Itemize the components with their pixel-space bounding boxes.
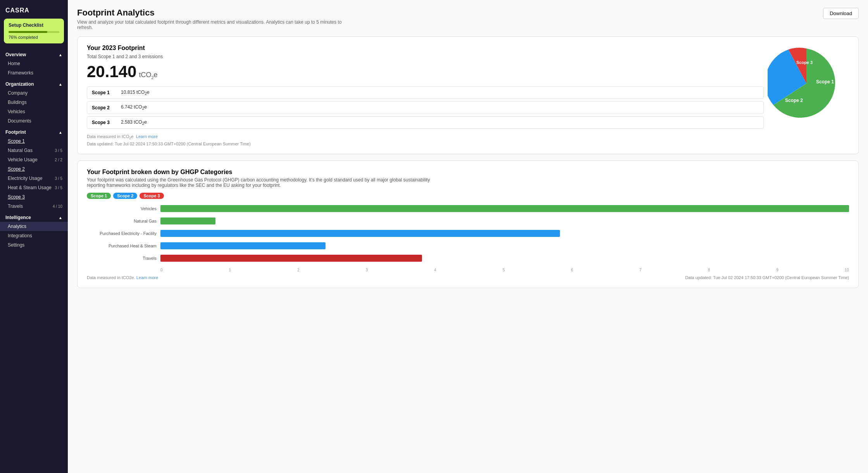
bar-fill-natural-gas (160, 218, 215, 224)
chevron-up-icon-intel: ▲ (59, 216, 62, 220)
sidebar-item-documents[interactable]: Documents (0, 116, 68, 126)
sidebar-item-vehicles-label: Vehicles (8, 109, 25, 114)
chart-data-updated: Data updated: Tue Jul 02 2024 17:50:33 G… (685, 275, 849, 280)
bar-label-natural-gas: Natural Gas (87, 219, 157, 223)
sidebar-item-frameworks[interactable]: Frameworks (0, 68, 68, 78)
sidebar-item-vehicle-usage[interactable]: Vehicle Usage 2 / 2 (0, 155, 68, 164)
bar-track-travels (160, 255, 849, 262)
axis-1: 1 (229, 268, 231, 272)
data-note: Data measured in tCO2e Learn more (87, 134, 764, 140)
sidebar-item-home[interactable]: Home (0, 59, 68, 68)
scope2-value: 6.742 tCO2e (121, 104, 147, 110)
sidebar-item-scope3[interactable]: Scope 3 (0, 192, 68, 202)
sidebar-section-intelligence-label: Intelligence (5, 215, 31, 220)
axis-labels: 0 1 2 3 4 5 6 7 8 9 10 (160, 268, 849, 272)
badge-scope1: Scope 1 (87, 193, 111, 199)
sidebar-badge-natural-gas: 3 / 5 (55, 148, 62, 153)
sidebar-item-scope2[interactable]: Scope 2 (0, 164, 68, 174)
axis-9: 9 (776, 268, 778, 272)
page-subtitle: View and analyze your total calculated f… (77, 19, 348, 30)
bar-label-electricity: Purchased Electricity - Facility (87, 231, 157, 236)
axis-5: 5 (503, 268, 505, 272)
sidebar-item-scope3-label: Scope 3 (8, 194, 25, 200)
axis-7: 7 (639, 268, 642, 272)
progress-label: 76% completed (9, 35, 59, 40)
sidebar-item-settings[interactable]: Settings (0, 240, 68, 250)
sidebar-section-organization-label: Organization (5, 81, 34, 87)
scope-rows: Scope 1 10.815 tCO2e Scope 2 6.742 tCO2e… (87, 86, 764, 129)
sidebar-item-heat-steam-label: Heat & Steam Usage (8, 185, 52, 190)
bar-row-travels: Travels (87, 255, 849, 262)
sidebar-section-footprint[interactable]: Footprint ▲ (0, 126, 68, 136)
scope3-value: 2.583 tCO2e (121, 119, 147, 126)
pie-label-scope2: Scope 2 (785, 98, 803, 103)
sidebar-item-buildings[interactable]: Buildings (0, 98, 68, 107)
footprint-card-inner: Your 2023 Footprint Total Scope 1 and 2 … (87, 45, 849, 146)
sidebar-item-scope1-label: Scope 1 (8, 138, 25, 144)
page-header: Footprint Analytics View and analyze you… (77, 8, 859, 30)
sidebar-section-overview-label: Overview (5, 52, 26, 57)
pie-label-scope1: Scope 1 (816, 79, 834, 85)
sidebar-item-vehicles[interactable]: Vehicles (0, 107, 68, 116)
sidebar-item-travels[interactable]: Travels 4 / 10 (0, 202, 68, 211)
chart-learn-more-link[interactable]: Learn more (136, 275, 158, 280)
sidebar-item-company-label: Company (8, 90, 28, 96)
ghgp-subtitle: Your footprint was calculated using the … (87, 177, 436, 188)
download-button[interactable]: Download (823, 8, 859, 19)
sidebar-item-travels-label: Travels (8, 204, 23, 209)
learn-more-link[interactable]: Learn more (136, 134, 158, 139)
scope3-row: Scope 3 2.583 tCO2e (87, 116, 764, 129)
sidebar-item-heat-steam-usage[interactable]: Heat & Steam Usage 3 / 5 (0, 183, 68, 192)
sidebar-section-organization[interactable]: Organization ▲ (0, 78, 68, 88)
sidebar-badge-vehicle-usage: 2 / 2 (55, 158, 62, 162)
sidebar-item-analytics-label: Analytics (8, 224, 26, 229)
sidebar-item-documents-label: Documents (8, 118, 31, 124)
bar-fill-travels (160, 255, 422, 262)
bar-fill-vehicles (160, 205, 849, 212)
sidebar-item-natural-gas[interactable]: Natural Gas 3 / 5 (0, 146, 68, 155)
sidebar-item-scope1[interactable]: Scope 1 (0, 136, 68, 146)
axis-8: 8 (708, 268, 710, 272)
sidebar-item-company[interactable]: Company (0, 88, 68, 98)
page-title: Footprint Analytics (77, 8, 348, 18)
footprint-scope-label: Total Scope 1 and 2 and 3 emissions (87, 54, 764, 59)
bar-label-heat-steam: Purchased Heat & Steam (87, 243, 157, 248)
setup-checklist[interactable]: Setup Checklist 76% completed (4, 19, 64, 43)
ghgp-title: Your Footprint broken down by GHGP Categ… (87, 169, 849, 176)
scope-badges: Scope 1 Scope 2 Scope 3 (87, 193, 849, 199)
progress-bar-bg (9, 31, 59, 33)
footprint-card: Your 2023 Footprint Total Scope 1 and 2 … (77, 36, 859, 154)
scope1-value: 10.815 tCO2e (121, 90, 150, 96)
sidebar-item-home-label: Home (8, 61, 20, 66)
sidebar-badge-travels: 4 / 10 (53, 204, 62, 209)
bar-track-heat-steam (160, 242, 849, 249)
pie-chart: Scope 1 Scope 2 Scope 3 (768, 45, 845, 122)
sidebar-badge-heat-steam: 3 / 5 (55, 186, 62, 190)
bar-label-vehicles: Vehicles (87, 206, 157, 211)
sidebar-item-electricity-usage[interactable]: Electricity Usage 3 / 5 (0, 174, 68, 183)
sidebar-section-intelligence[interactable]: Intelligence ▲ (0, 211, 68, 222)
progress-bar-fill (9, 31, 47, 33)
sidebar-section-footprint-label: Footprint (5, 129, 26, 135)
footprint-year-title: Your 2023 Footprint (87, 45, 764, 52)
sidebar-item-vehicle-usage-label: Vehicle Usage (8, 157, 38, 162)
bar-track-natural-gas (160, 218, 849, 224)
bar-fill-electricity (160, 230, 560, 237)
sidebar-item-integrations[interactable]: Integrations (0, 231, 68, 240)
axis-6: 6 (571, 268, 573, 272)
footprint-left: Your 2023 Footprint Total Scope 1 and 2 … (87, 45, 764, 146)
sidebar-section-overview[interactable]: Overview ▲ (0, 48, 68, 59)
bar-label-travels: Travels (87, 256, 157, 261)
chevron-up-icon: ▲ (59, 53, 62, 57)
sidebar-item-analytics[interactable]: Analytics (0, 222, 68, 231)
total-value: 20.140 (87, 62, 136, 81)
bar-track-electricity (160, 230, 849, 237)
chevron-up-icon-org: ▲ (59, 82, 62, 86)
sidebar-item-integrations-label: Integrations (8, 233, 32, 238)
sidebar-item-natural-gas-label: Natural Gas (8, 148, 33, 153)
scope1-label: Scope 1 (92, 90, 113, 95)
sidebar-item-settings-label: Settings (8, 242, 24, 248)
total-unit: tCO2e (139, 71, 157, 80)
page-header-left: Footprint Analytics View and analyze you… (77, 8, 348, 30)
sidebar: CASRA Setup Checklist 76% completed Over… (0, 0, 68, 473)
